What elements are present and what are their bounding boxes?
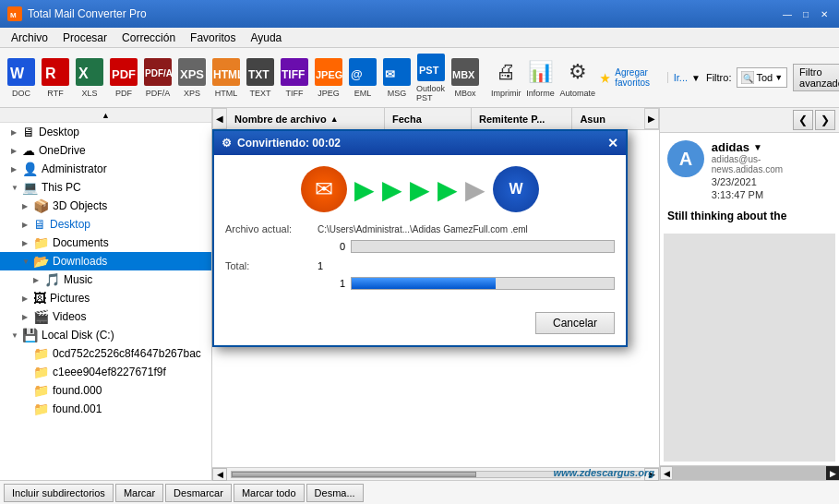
3dobjects-icon: 📦 [33,198,49,213]
desktop-folder-icon: 🖥 [22,125,35,139]
toolbar-doc[interactable]: W DOC [6,52,37,103]
mark-all-button[interactable]: Marcar todo [234,484,305,502]
svg-text:MBX: MBX [452,69,475,80]
scrollbar-thumb[interactable] [232,472,476,477]
unmark-button[interactable]: Desmarcar [165,484,232,502]
filter-dropdown[interactable]: 🔍 Tod ▼ [737,67,787,88]
toolbar-report[interactable]: 📊 Informe [525,52,557,103]
maximize-button[interactable]: □ [798,6,813,21]
tree-item-music[interactable]: ▶ 🎵 Music [0,270,211,289]
tree-item-desktop[interactable]: ▶ 🖥 Desktop [0,123,211,141]
col-sender[interactable]: Remitente P... [472,108,572,129]
filter-label: Filtro: [706,72,732,83]
toolbar-msg[interactable]: ✉ MSG [381,52,413,103]
tree-item-documents[interactable]: ▶ 📁 Documents [0,234,211,252]
menu-procesar[interactable]: Procesar [55,30,114,46]
minimize-button[interactable]: — [780,6,795,21]
cancel-button[interactable]: Cancelar [535,312,615,334]
sender-info: adidas ▼ adidas@us-news.adidas.com 3/23/… [712,140,832,200]
tree-item-found000[interactable]: ▶ 📁 found.000 [0,381,211,400]
email-scrollbar-h[interactable]: ◀ ▶ [212,467,659,480]
conversion-modal: ⚙ Convirtiendo: 00:02 ✕ ✉ ▶ ▶ ▶ ▶ ▶ W [212,129,628,347]
folder2-icon: 📁 [33,365,49,379]
menu-correccion[interactable]: Corrección [114,30,183,46]
filter-advanced-button[interactable]: Filtro avanzado [793,64,839,91]
mark-button[interactable]: Marcar [115,484,163,502]
toolbar-outlookpst[interactable]: PST Outlook PST [415,52,447,103]
preview-prev-button[interactable]: ❮ [793,110,813,130]
preview-scroll-right[interactable]: ▶ [826,466,839,480]
total-progress-row: 1 [225,277,615,290]
modal-icon: ⚙ [222,137,232,150]
toolbar-pdf[interactable]: PDF PDF [108,52,139,103]
toolbar-eml[interactable]: @ EML [347,52,378,103]
tree-scroll-up[interactable]: ▲ [0,108,211,123]
toolbar-text[interactable]: TXT TEXT [245,52,276,103]
tree-item-onedrive[interactable]: ▶ ☁ OneDrive [0,141,211,160]
toolbar-print[interactable]: 🖨 Imprimir [490,52,522,103]
progress-icons: ✉ ▶ ▶ ▶ ▶ ▶ W [225,166,615,212]
col-date[interactable]: Fecha [385,108,472,129]
toolbar-mbox[interactable]: MBX MBox [449,52,481,103]
current-num: 0 [318,241,345,252]
svg-text:X: X [78,66,89,81]
desma-button[interactable]: Desma... [306,484,364,502]
tree-item-localdisk[interactable]: ▼ 💾 Local Disk (C:) [0,326,211,344]
col-filename[interactable]: Nombre de archivo ▲ [227,108,385,129]
window-controls: — □ ✕ [780,6,832,21]
mbox-icon: MBX [450,57,480,87]
modal-close-button[interactable]: ✕ [607,136,618,150]
scroll-h-left[interactable]: ◀ [212,468,227,481]
scrollbar-track[interactable] [231,471,641,478]
col-subject[interactable]: Asun [572,108,644,129]
tree-item-videos[interactable]: ▶ 🎬 Videos [0,307,211,326]
folder-tree-scroll[interactable]: ▲ ▶ 🖥 Desktop ▶ ☁ OneDrive ▶ 👤 Administr… [0,108,211,480]
total-num: 1 [318,278,345,289]
toolbar-tiff[interactable]: TIFF TIFF [279,52,310,103]
tree-item-downloads[interactable]: ▼ 📂 Downloads [0,252,211,270]
ir-label[interactable]: Ir... [674,72,688,83]
preview-next-button[interactable]: ❯ [815,110,835,130]
toolbar-rtf[interactable]: R RTF [40,52,71,103]
tree-item-found001[interactable]: ▶ 📁 found.001 [0,400,211,418]
menu-ayuda[interactable]: Ayuda [243,30,289,46]
svg-text:HTML: HTML [213,68,240,81]
tree-item-folder2[interactable]: ▶ 📁 c1eee904ef8227671f9f [0,363,211,381]
toolbar-automate[interactable]: ⚙ Automate [559,52,597,103]
toolbar-xls[interactable]: X XLS [74,52,105,103]
filter-icon: 🔍 [741,71,754,84]
current-progress-bar [351,240,615,253]
tree-item-folder1[interactable]: ▶ 📁 0cd752c2526c8f4647b267bac [0,344,211,363]
toolbar-html[interactable]: HTML HTML [210,52,242,103]
app-title: Total Mail Converter Pro [28,7,780,20]
preview-scroll-left[interactable]: ◀ [660,466,673,480]
toolbar-jpeg[interactable]: JPEG JPEG [313,52,344,103]
tree-item-desktop2[interactable]: ▶ 🖥 Desktop [0,215,211,234]
scroll-h-right[interactable]: ▶ [644,468,659,481]
toolbar-pdfa[interactable]: PDF/A PDF/A [142,52,174,103]
fav-label[interactable]: Agregar favoritos [615,67,661,88]
tree-item-3dobjects[interactable]: ▶ 📦 3D Objects [0,197,211,215]
col-scroll-right[interactable]: ▶ [644,108,659,129]
bottom-toolbar: Incluir subdirectorios Marcar Desmarcar … [0,480,839,504]
close-button[interactable]: ✕ [817,6,832,21]
tree-item-pictures[interactable]: ▶ 🖼 Pictures [0,289,211,307]
sender-expand[interactable]: ▼ [753,142,762,152]
col-scroll-left[interactable]: ◀ [212,108,227,129]
xps-icon: XPS [177,57,207,87]
include-subdirs-button[interactable]: Incluir subdirectorios [4,484,114,502]
file-label: Archivo actual: [225,223,318,234]
menu-favoritos[interactable]: Favoritos [183,30,243,46]
tree-item-administrator[interactable]: ▶ 👤 Administrator [0,160,211,178]
svg-text:TXT: TXT [248,68,270,81]
svg-text:@: @ [351,67,363,81]
svg-text:XPS: XPS [180,67,204,81]
toolbar-xps[interactable]: XPS XPS [176,52,208,103]
folder1-icon: 📁 [33,346,49,361]
email-prog-icon: ✉ [301,166,347,212]
preview-scroll-track[interactable] [673,466,826,480]
sender-email: adidas@us-news.adidas.com [712,154,832,174]
menu-archivo[interactable]: Archivo [4,30,55,46]
tree-item-thispc[interactable]: ▼ 💻 This PC [0,178,211,197]
videos-icon: 🎬 [33,309,49,324]
